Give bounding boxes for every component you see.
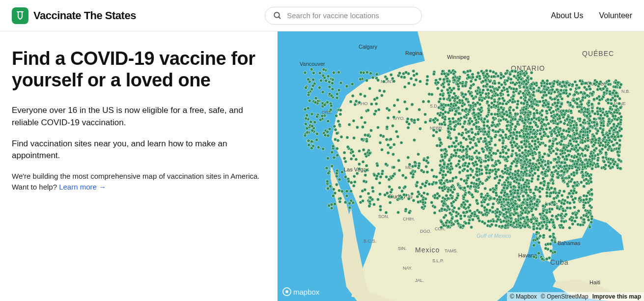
- svg-point-1478: [443, 216, 446, 219]
- svg-point-3288: [533, 172, 536, 175]
- svg-point-2639: [538, 100, 541, 103]
- svg-point-484: [375, 177, 378, 180]
- svg-point-269: [413, 138, 416, 141]
- svg-point-452: [376, 164, 379, 167]
- svg-point-1591: [448, 159, 450, 162]
- svg-point-128: [335, 175, 338, 178]
- learn-more-link[interactable]: Learn more →: [59, 183, 106, 191]
- svg-point-200: [362, 160, 364, 163]
- svg-point-1731: [458, 165, 461, 168]
- svg-point-3432: [528, 174, 531, 177]
- mapbox-badge[interactable]: mapbox: [282, 287, 319, 296]
- svg-point-1768: [440, 226, 443, 229]
- svg-point-3568: [546, 186, 549, 189]
- svg-point-488: [431, 183, 434, 186]
- svg-point-1353: [463, 115, 466, 118]
- svg-point-3667: [511, 177, 514, 180]
- svg-point-3646: [518, 186, 521, 189]
- svg-point-1396: [518, 81, 521, 84]
- svg-point-324: [351, 150, 354, 153]
- svg-point-1272: [468, 122, 471, 125]
- svg-point-3124: [568, 226, 571, 229]
- svg-point-1200: [472, 97, 475, 100]
- svg-point-490: [396, 211, 399, 214]
- svg-point-1795: [478, 211, 481, 214]
- svg-point-2950: [612, 159, 615, 162]
- search-input[interactable]: [287, 11, 414, 20]
- svg-point-3659: [535, 200, 538, 203]
- svg-point-464: [426, 170, 429, 173]
- svg-point-1242: [469, 86, 472, 89]
- svg-point-508: [408, 163, 411, 166]
- search-box[interactable]: [265, 7, 422, 25]
- svg-point-3763: [552, 221, 555, 224]
- map[interactable]: Vancouver Calgary Regina Winnipeg ONTARI…: [278, 31, 644, 301]
- svg-point-110: [324, 134, 327, 137]
- svg-point-283: [368, 152, 371, 155]
- svg-point-3600: [524, 206, 527, 209]
- svg-point-1088: [487, 109, 490, 111]
- svg-point-370: [437, 81, 440, 84]
- map-canvas[interactable]: Vancouver Calgary Regina Winnipeg ONTARI…: [278, 31, 644, 301]
- svg-point-3761: [554, 241, 557, 244]
- attrib-mapbox[interactable]: © Mapbox: [510, 293, 537, 300]
- nav-about[interactable]: About Us: [551, 11, 584, 20]
- svg-point-1085: [496, 149, 499, 152]
- attrib-osm[interactable]: © OpenStreetMap: [541, 293, 588, 300]
- svg-point-3105: [607, 80, 610, 82]
- svg-point-1986: [488, 209, 491, 212]
- label-quebec-prov: QUÉBEC: [582, 50, 614, 57]
- svg-point-995: [519, 135, 522, 137]
- svg-point-1542: [450, 196, 453, 199]
- svg-point-1311: [439, 141, 442, 144]
- svg-point-1134: [447, 83, 450, 86]
- svg-point-1397: [512, 95, 515, 98]
- svg-point-1947: [456, 219, 459, 222]
- svg-point-182: [365, 164, 368, 167]
- svg-point-3509: [517, 169, 520, 172]
- svg-point-661: [440, 89, 443, 92]
- svg-point-1082: [468, 109, 471, 111]
- svg-point-2596: [535, 103, 538, 106]
- svg-point-454: [418, 164, 420, 167]
- label-son: SON.: [378, 214, 389, 219]
- svg-point-2008: [484, 198, 487, 201]
- label-slp: S.L.P.: [432, 258, 444, 263]
- svg-point-3478: [525, 191, 528, 194]
- svg-point-1102: [516, 100, 519, 103]
- svg-point-1349: [500, 73, 503, 76]
- svg-point-205: [361, 199, 364, 202]
- svg-point-1564: [481, 220, 484, 223]
- svg-point-388: [379, 205, 382, 208]
- attrib-improve[interactable]: Improve this map: [592, 293, 641, 300]
- svg-point-3661: [521, 178, 524, 181]
- svg-point-1710: [452, 210, 455, 213]
- svg-point-486: [433, 206, 436, 209]
- svg-point-1347: [482, 150, 485, 153]
- svg-point-1961: [489, 197, 492, 200]
- svg-point-3739: [544, 247, 547, 250]
- svg-point-3709: [532, 214, 534, 217]
- brand[interactable]: Vaccinate The States: [12, 7, 136, 24]
- svg-point-1069: [509, 106, 512, 109]
- svg-point-3772: [536, 237, 539, 240]
- svg-point-475: [417, 191, 420, 193]
- nav-volunteer[interactable]: Volunteer: [599, 11, 632, 20]
- svg-point-1156: [490, 112, 493, 115]
- svg-point-3697: [542, 204, 545, 207]
- svg-point-1341: [466, 70, 469, 73]
- svg-point-2855: [546, 82, 549, 85]
- svg-point-2881: [532, 93, 534, 96]
- svg-point-145: [353, 175, 356, 178]
- svg-point-174: [331, 164, 334, 167]
- svg-point-2924: [543, 85, 546, 88]
- svg-point-3019: [524, 111, 527, 114]
- svg-point-94: [331, 87, 334, 90]
- svg-point-3648: [579, 223, 582, 226]
- svg-point-170: [363, 180, 365, 183]
- svg-point-3468: [575, 169, 578, 172]
- svg-point-1199: [497, 130, 500, 133]
- svg-point-1159: [454, 109, 457, 112]
- svg-point-1038: [469, 141, 472, 144]
- svg-point-2580: [610, 149, 613, 152]
